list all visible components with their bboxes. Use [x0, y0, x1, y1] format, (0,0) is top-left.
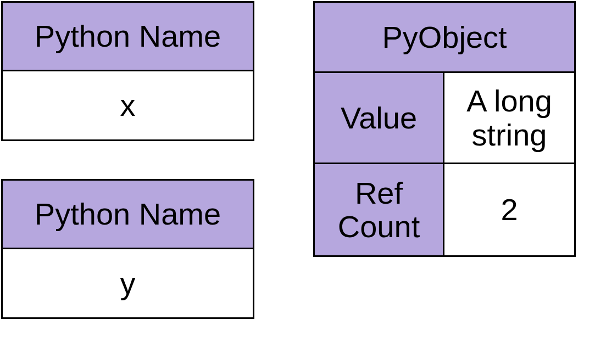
pyobject-box: PyObject Value A long string Ref Count 2 — [313, 1, 576, 257]
pyobject-value-content: A long string — [444, 73, 574, 163]
pyobject-value-row: Value A long string — [315, 73, 574, 164]
python-name-x-value: x — [3, 71, 253, 140]
python-name-y-value: y — [3, 249, 253, 318]
pyobject-refcount-row: Ref Count 2 — [315, 164, 574, 255]
python-name-x-header: Python Name — [3, 3, 253, 71]
python-name-box-x: Python Name x — [1, 1, 254, 141]
pyobject-refcount-value: 2 — [444, 164, 574, 255]
python-name-box-y: Python Name y — [1, 179, 254, 319]
pyobject-refcount-label: Ref Count — [315, 164, 444, 255]
pyobject-value-label: Value — [315, 73, 444, 163]
pyobject-header: PyObject — [315, 3, 574, 73]
python-name-y-header: Python Name — [3, 181, 253, 249]
